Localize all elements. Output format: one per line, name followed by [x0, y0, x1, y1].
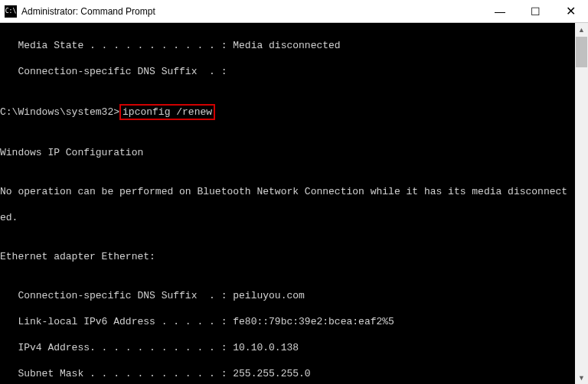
window-title: Administrator: Command Prompt — [21, 6, 482, 17]
scroll-thumb[interactable] — [576, 37, 587, 67]
output-heading: Windows IP Configuration — [0, 146, 588, 159]
prompt-line: C:\Windows\system32>ipconfig /renew — [0, 104, 588, 120]
output-line: IPv4 Address. . . . . . . . . . . : 10.1… — [0, 341, 588, 354]
output-line: Link-local IPv6 Address . . . . . : fe80… — [0, 315, 588, 328]
output-line: Subnet Mask . . . . . . . . . . . : 255.… — [0, 367, 588, 380]
scrollbar[interactable]: ▲ ▼ — [575, 23, 588, 384]
close-button[interactable]: ✕ — [553, 0, 588, 22]
output-line: No operation can be performed on Bluetoo… — [0, 185, 588, 198]
maximize-button[interactable]: ☐ — [518, 0, 553, 22]
scroll-up-button[interactable]: ▲ — [575, 23, 588, 36]
command-highlight: ipconfig /renew — [119, 104, 215, 120]
minimize-button[interactable]: — — [482, 0, 518, 22]
output-line: Connection-specific DNS Suffix . : — [0, 65, 588, 78]
output-line: Media State . . . . . . . . . . . : Medi… — [0, 39, 588, 52]
prompt-path: C:\Windows\system32> — [0, 106, 119, 118]
cmd-icon: C:\ — [5, 5, 17, 18]
window-controls: — ☐ ✕ — [482, 0, 588, 22]
scroll-down-button[interactable]: ▼ — [575, 371, 588, 384]
terminal-output[interactable]: Media State . . . . . . . . . . . : Medi… — [0, 23, 588, 384]
adapter-heading: Ethernet adapter Ethernet: — [0, 250, 588, 263]
output-line: ed. — [0, 211, 588, 224]
output-line: Connection-specific DNS Suffix . : peilu… — [0, 289, 588, 302]
titlebar[interactable]: C:\ Administrator: Command Prompt — ☐ ✕ — [0, 0, 588, 23]
